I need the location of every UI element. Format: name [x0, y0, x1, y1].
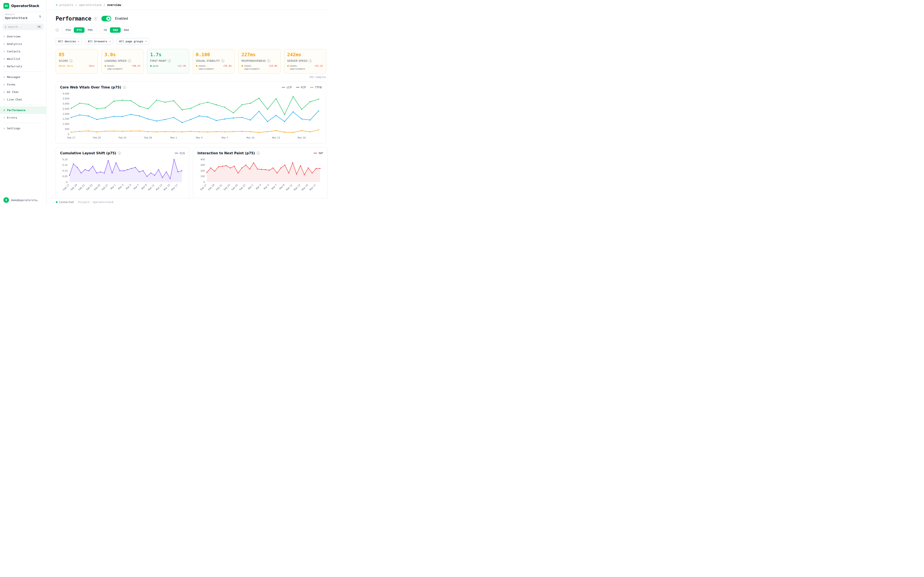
project-label: PROJECT	[5, 13, 27, 16]
svg-text:0.15: 0.15	[63, 164, 68, 166]
svg-text:4,000: 4,000	[63, 92, 69, 95]
kpi-label: RESPONSIVENESS	[241, 60, 266, 63]
svg-text:Mar 10: Mar 10	[246, 136, 255, 139]
chart-title: Interaction to Next Paint (p75)	[197, 151, 255, 155]
sidebar-item-overview[interactable]: >Overview	[0, 33, 46, 40]
info-icon[interactable]: i	[221, 59, 225, 63]
search-placeholder: $ search...	[5, 25, 23, 28]
legend-item-inp[interactable]: INP	[313, 152, 323, 155]
kpi-label: SERVER SPEED	[287, 60, 308, 63]
kpi-card-responsiveness: 227ms RESPONSIVENESSi needs-improvement …	[238, 49, 281, 74]
sidebar-item-label: Messages	[7, 76, 21, 79]
sidebar-item-label: Live Chat	[7, 98, 22, 101]
percentile-segmented-control: P50 P75 P95	[62, 26, 97, 34]
range-7d-button[interactable]: 7d	[100, 27, 110, 33]
sidebar-item-errors[interactable]: >Errors	[0, 114, 46, 121]
percentile-p95-button[interactable]: P95	[85, 27, 95, 33]
sidebar-item-messages[interactable]: >Messages	[0, 73, 46, 81]
sidebar-item-waitlist[interactable]: >Waitlist	[0, 55, 46, 63]
svg-text:200: 200	[200, 169, 205, 172]
sidebar-item-ai-chat[interactable]: >AI Chat	[0, 88, 46, 96]
range-segmented-control: 7d 30d 90d	[99, 26, 132, 34]
percentile-p50-button[interactable]: P50	[63, 27, 73, 33]
page-content: Performance i Enabled i P50 P75 P95 7d 3…	[47, 10, 330, 206]
sidebar-item-label: Contacts	[7, 50, 21, 53]
inp-chart: 0100200300400Feb 17Feb 19Feb 21Feb 23Feb…	[197, 158, 323, 195]
info-icon[interactable]: i	[69, 59, 73, 63]
sidebar-item-live-chat[interactable]: >Live Chat	[0, 96, 46, 103]
svg-text:100: 100	[200, 175, 205, 178]
chart-title: Core Web Vitals Over Time (p75)	[60, 85, 121, 89]
info-icon[interactable]: i	[94, 17, 97, 20]
svg-text:Mar 7: Mar 7	[133, 184, 140, 190]
status-project: Project: operatorstack	[78, 200, 114, 204]
info-icon[interactable]: i	[168, 59, 171, 63]
page-groups-filter-select[interactable]: All page groups ▾	[116, 38, 149, 45]
project-selector[interactable]: PROJECT OperatorStack ⇅	[3, 12, 44, 21]
legend-item-cls[interactable]: CLS	[175, 152, 185, 155]
chart-title: Cumulative Layout Shift (p75)	[60, 151, 116, 155]
info-icon[interactable]: i	[257, 152, 260, 155]
kpi-label: VISUAL STABILITY	[196, 60, 220, 63]
svg-text:Mar 5: Mar 5	[125, 184, 132, 190]
cls-chart: 00.050.100.150.20Feb 17Feb 19Feb 21Feb 2…	[60, 158, 185, 195]
info-icon[interactable]: i	[56, 28, 59, 32]
info-icon[interactable]: i	[309, 59, 312, 63]
sidebar-item-contacts[interactable]: >Contacts	[0, 48, 46, 55]
percentile-p75-button[interactable]: P75	[74, 27, 84, 33]
status-dot	[196, 65, 197, 67]
breadcrumb-projects[interactable]: projects	[60, 3, 73, 6]
svg-text:Mar 3: Mar 3	[255, 184, 262, 190]
devices-filter-select[interactable]: All devices ▾	[56, 38, 82, 45]
status-dot	[150, 65, 152, 67]
sidebar-item-label: Referrals	[7, 65, 22, 68]
breadcrumb-separator: /	[75, 3, 77, 6]
browsers-filter-select[interactable]: All browsers ▾	[86, 38, 113, 45]
sidebar-item-performance[interactable]: >Performance	[0, 106, 46, 114]
legend-swatch	[313, 153, 317, 153]
kpi-card-loading-speed: 3.0s LOADING SPEEDi needs-improvement +9…	[102, 49, 144, 74]
svg-text:Mar 15: Mar 15	[163, 184, 171, 191]
page-header: Performance i Enabled	[56, 15, 326, 22]
legend-item-fcp[interactable]: FCP	[296, 86, 306, 89]
legend-swatch	[282, 87, 285, 88]
sidebar-item-label: Settings	[7, 127, 21, 130]
info-icon[interactable]: i	[267, 59, 270, 63]
svg-text:Mar 15: Mar 15	[301, 184, 309, 191]
info-icon[interactable]: i	[128, 59, 131, 63]
chart-legend: LCP FCP TTFB	[282, 86, 322, 89]
sidebar-item-settings[interactable]: >Settings	[0, 124, 46, 132]
search-shortcut-badge: ⌘K	[37, 26, 42, 28]
info-icon[interactable]: i	[118, 152, 121, 155]
kpi-label: FIRST PAINT	[150, 60, 166, 63]
performance-toggle[interactable]	[102, 16, 111, 21]
sidebar-item-referrals[interactable]: >Referrals	[0, 63, 46, 70]
kpi-status: needs-improvement	[107, 64, 131, 71]
connected-dot-icon	[56, 201, 58, 203]
legend-item-lcp[interactable]: LCP	[282, 86, 292, 89]
user-account[interactable]: D demo@operatorsta…	[0, 195, 46, 204]
app-logo: OS	[3, 3, 9, 9]
sidebar-item-analytics[interactable]: >Analytics	[0, 40, 46, 48]
legend-swatch	[310, 87, 313, 88]
search-input[interactable]: $ search... ⌘K	[3, 24, 44, 30]
sidebar-item-label: Analytics	[7, 42, 22, 45]
kpi-value: 3.0s	[105, 52, 141, 57]
info-icon[interactable]: i	[123, 86, 126, 89]
svg-text:Mar 7: Mar 7	[271, 184, 278, 190]
chevron-updown-icon: ⇅	[39, 15, 41, 18]
svg-text:Mar 1: Mar 1	[110, 184, 116, 190]
svg-text:Feb 19: Feb 19	[70, 184, 78, 191]
range-90d-button[interactable]: 90d	[121, 27, 132, 33]
breadcrumb-operatorstack[interactable]: operatorstack	[79, 3, 102, 6]
legend-item-ttfb[interactable]: TTFB	[310, 86, 322, 89]
svg-text:3,500: 3,500	[63, 97, 69, 100]
svg-text:0: 0	[66, 181, 68, 183]
sidebar-item-forms[interactable]: >Forms	[0, 81, 46, 88]
svg-text:Feb 21: Feb 21	[215, 184, 223, 191]
main-area: > projects / operatorstack / overview Pe…	[47, 0, 330, 206]
divider	[3, 105, 43, 105]
range-30d-button[interactable]: 30d	[110, 27, 120, 33]
prompt-icon: >	[3, 108, 5, 112]
svg-text:Mar 7: Mar 7	[221, 136, 228, 139]
